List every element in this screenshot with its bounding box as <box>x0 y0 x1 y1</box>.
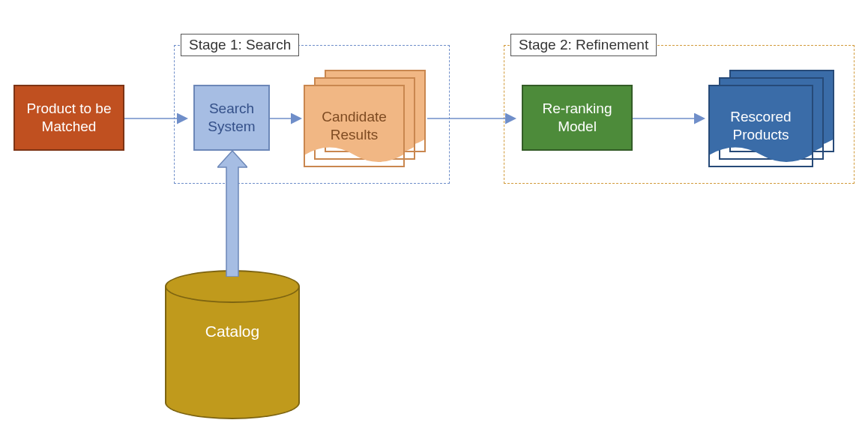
product-node: Product to be Matched <box>13 85 124 151</box>
stage-1-label: Stage 1: Search <box>181 34 299 56</box>
cylinder-icon <box>165 386 300 419</box>
candidate-results-label: Candidate Results <box>305 86 403 166</box>
document-icon: Rescored Products <box>708 85 813 167</box>
stage-2-label: Stage 2: Refinement <box>510 34 657 56</box>
reranking-model-label: Re-ranking Model <box>528 100 627 136</box>
catalog-label: Catalog <box>165 322 300 340</box>
cylinder-icon <box>165 286 300 403</box>
search-system-label: Search System <box>199 100 264 136</box>
product-label: Product to be Matched <box>19 100 118 136</box>
catalog-node: Catalog <box>165 270 300 416</box>
reranking-model-node: Re-ranking Model <box>522 85 633 151</box>
rescored-products-node: Rescored Products <box>708 70 840 167</box>
document-icon: Candidate Results <box>304 85 405 167</box>
cylinder-icon <box>165 270 300 303</box>
rescored-products-label: Rescored Products <box>710 86 812 166</box>
candidate-results-node: Candidate Results <box>304 70 427 167</box>
search-system-node: Search System <box>193 85 270 151</box>
